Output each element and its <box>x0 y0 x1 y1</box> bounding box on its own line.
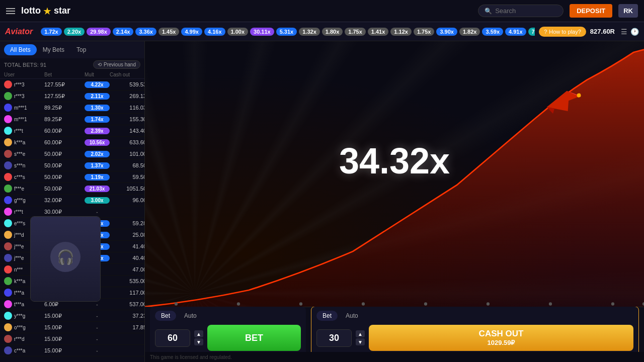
bets-table-header: User Bet Mult Cash out <box>0 71 144 79</box>
multiplier-pill[interactable]: 3.90x <box>436 28 457 36</box>
user-cell: k***a <box>4 138 44 146</box>
question-icon: ? <box>544 29 547 35</box>
user-cell: o***g <box>4 323 44 331</box>
bet-decrease-1[interactable]: ▼ <box>194 338 203 345</box>
prev-hand-button[interactable]: ⟲ Previous hand <box>93 60 140 69</box>
bet-amount-cell: 15.00₽ <box>44 347 85 354</box>
table-row: f***e 50.00₽ 21.03x 1051.50₽ <box>0 183 144 195</box>
multiplier-pill[interactable]: 1.12x <box>390 28 412 36</box>
svg-point-1 <box>237 302 240 306</box>
tab-top[interactable]: Top <box>70 44 92 55</box>
bet-input-row-1: 60 ▲ ▼ BET <box>155 325 301 351</box>
bet-amount-cell: 50.00₽ <box>44 174 85 180</box>
multiplier-pill[interactable]: 30.11x <box>250 28 274 36</box>
cashout-cell: 155.30₽ <box>110 116 144 123</box>
multiplier-pill[interactable]: 1.41x <box>368 28 389 36</box>
multiplier-pill[interactable]: 1.75x <box>414 28 435 36</box>
tab-my-bets[interactable]: My Bets <box>37 44 70 55</box>
mult-badge: 21.03x <box>85 186 110 192</box>
multiplier-pill[interactable]: 4.16x <box>204 28 225 36</box>
mult-badge: - <box>85 301 110 308</box>
total-bets-label: TOTAL BETS: 91 <box>4 62 46 68</box>
bet-increase-1[interactable]: ▲ <box>194 330 203 337</box>
sub-header: Aviator 1.72x2.20x29.98x2.14x3.36x1.45x4… <box>0 22 644 41</box>
bet-button[interactable]: BET <box>207 325 301 351</box>
mult-badge: 1.30x <box>85 105 110 111</box>
multiplier-pill[interactable]: 1.80x <box>322 28 343 36</box>
header: lotto ★ star 🔍 DEPOSIT RK <box>0 0 644 22</box>
mult-badge: 1.74x <box>85 116 110 123</box>
main-layout: All Bets My Bets Top TOTAL BETS: 91 ⟲ Pr… <box>0 41 644 362</box>
panel-1-auto-tab[interactable]: Auto <box>178 311 203 321</box>
user-cell: r***t <box>4 208 44 216</box>
panel-2-bet-tab[interactable]: Bet <box>316 311 338 321</box>
bet-amount-cell: 32.00₽ <box>44 197 85 204</box>
bet-amount-cell: 50.00₽ <box>44 186 85 192</box>
multiplier-pill[interactable]: 3.59x <box>482 28 503 36</box>
multiplier-pill[interactable]: 29.98x <box>87 28 111 36</box>
history-icon: ⟲ <box>98 62 102 67</box>
multiplier-pill[interactable]: 7.76x <box>528 28 535 36</box>
clock-icon[interactable]: 🕐 <box>630 28 639 36</box>
search-input[interactable] <box>495 7 555 15</box>
webcam-placeholder: 🎧 <box>31 217 100 301</box>
bet-amount-cell: 15.00₽ <box>44 324 85 331</box>
user-cell: c***a <box>4 346 44 354</box>
cashout-cell: 17.85₽ <box>110 324 144 331</box>
disclaimer-text: This game is licensed and regulated. <box>150 354 232 360</box>
cashout-cell: 41.40₽ <box>110 243 144 250</box>
logo-text2: star <box>54 6 70 16</box>
panel-2-auto-tab[interactable]: Auto <box>340 311 364 321</box>
svg-point-2 <box>299 302 302 306</box>
how-to-play-button[interactable]: ? How to play? <box>539 27 586 37</box>
multiplier-pill[interactable]: 4.91x <box>505 28 526 36</box>
multiplier-pill[interactable]: 1.75x <box>345 28 366 36</box>
bet-decrease-2[interactable]: ▼ <box>356 338 365 345</box>
multiplier-pill[interactable]: 2.14x <box>113 28 134 36</box>
multiplier-pill[interactable]: 1.82x <box>459 28 480 36</box>
bet-amount-cell: 127.55₽ <box>44 81 85 88</box>
avatar-button[interactable]: RK <box>618 4 638 18</box>
multiplier-pill[interactable]: 4.99x <box>181 28 202 36</box>
cashout-cell: 1051.50₽ <box>110 186 144 192</box>
bet-increase-2[interactable]: ▲ <box>356 330 365 337</box>
multiplier-pill[interactable]: 3.36x <box>135 28 156 36</box>
svg-point-6 <box>549 302 552 306</box>
cashout-cell: 116.03₽ <box>110 105 144 111</box>
cashout-cell: - <box>110 336 144 342</box>
logo-star: ★ <box>43 5 52 17</box>
table-row: o***g 15.00₽ - 17.85₽ <box>0 322 144 333</box>
user-cell: s***n <box>4 161 44 169</box>
aviator-logo: Aviator <box>5 27 33 36</box>
cashout-cell: 47.00₽ <box>110 266 144 273</box>
svg-point-3 <box>362 302 365 306</box>
multiplier-pill[interactable]: 2.20x <box>64 28 85 36</box>
multiplier-pill[interactable]: 5.31x <box>276 28 297 36</box>
bets-tabs: All Bets My Bets Top <box>0 41 144 58</box>
hamburger-menu[interactable] <box>6 8 15 14</box>
table-row: s***n 50.00₽ 1.37x 68.50₽ <box>0 160 144 171</box>
table-row: r***3 127.55₽ 4.22x 539.53₽ <box>0 79 144 90</box>
bottom-bar: This game is licensed and regulated. <box>145 352 644 362</box>
search-bar[interactable]: 🔍 <box>478 5 564 17</box>
mult-badge: 2.39x <box>85 128 110 134</box>
cashout-cell: 117.00₽ <box>110 290 144 296</box>
table-row: r***3 127.55₽ 2.11x 269.13₽ <box>0 90 144 102</box>
list-icon[interactable]: ☰ <box>621 28 627 36</box>
svg-point-4 <box>424 302 427 306</box>
person-icon: 🎧 <box>50 242 80 272</box>
logo-text: lotto <box>21 6 41 16</box>
table-row: m***1 89.25₽ 1.30x 116.03₽ <box>0 102 144 114</box>
user-cell: c***s <box>4 173 44 181</box>
cashout-cell: 68.50₽ <box>110 162 144 169</box>
mult-badge: 1.19x <box>85 174 110 180</box>
multiplier-pill[interactable]: 1.45x <box>158 28 180 36</box>
multiplier-pill[interactable]: 1.00x <box>227 28 249 36</box>
cashout-button[interactable]: CASH OUT 1029.59₽ <box>369 325 633 351</box>
deposit-button[interactable]: DEPOSIT <box>570 4 612 18</box>
multiplier-pill[interactable]: 1.72x <box>41 28 62 36</box>
user-cell: r***t <box>4 127 44 135</box>
multiplier-pill[interactable]: 1.32x <box>299 28 320 36</box>
panel-1-bet-tab[interactable]: Bet <box>155 311 176 321</box>
tab-all-bets[interactable]: All Bets <box>4 44 37 55</box>
